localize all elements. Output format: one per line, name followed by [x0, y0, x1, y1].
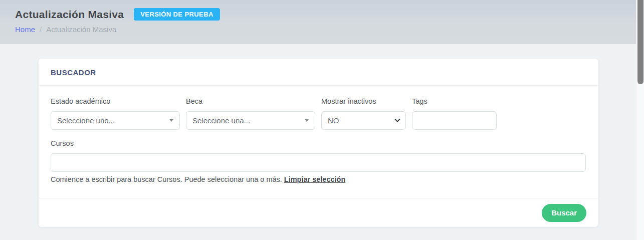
field-cursos: Cursos Comience a escribir para buscar C… — [51, 139, 586, 183]
mostrar-inactivos-select[interactable]: NO — [321, 111, 406, 130]
mostrar-inactivos-label: Mostrar inactivos — [321, 97, 406, 105]
vertical-scrollbar-track[interactable] — [636, 0, 644, 240]
buscar-button[interactable]: Buscar — [542, 204, 586, 222]
search-card-header: BUSCADOR — [39, 59, 598, 86]
search-card-body: Estado académico Seleccione uno... Beca … — [39, 86, 598, 183]
search-card-footer: Buscar — [39, 198, 598, 227]
field-beca: Beca Seleccione una... — [186, 97, 315, 130]
beca-label: Beca — [186, 97, 315, 105]
field-estado-academico: Estado académico Seleccione uno... — [51, 97, 180, 130]
beca-select[interactable]: Seleccione una... — [186, 111, 315, 130]
mostrar-inactivos-value: NO — [328, 116, 391, 125]
estado-academico-select[interactable]: Seleccione uno... — [51, 111, 180, 130]
caret-down-icon — [305, 119, 309, 122]
cursos-input[interactable] — [51, 153, 586, 172]
vertical-scrollbar-thumb[interactable] — [637, 0, 643, 84]
estado-academico-label: Estado académico — [51, 97, 180, 105]
beca-value: Seleccione una... — [192, 116, 301, 125]
search-card: BUSCADOR Estado académico Seleccione uno… — [39, 59, 598, 227]
breadcrumb-home-link[interactable]: Home — [15, 25, 35, 34]
cursos-help-message: Comience a escribir para buscar Cursos. … — [51, 175, 282, 183]
tags-input[interactable] — [412, 111, 497, 130]
breadcrumb-separator: / — [40, 25, 42, 34]
caret-down-icon — [169, 119, 173, 122]
chevron-down-icon — [394, 116, 400, 122]
clear-selection-link[interactable]: Limpiar selección — [284, 175, 346, 183]
breadcrumb: Home / Actualización Masiva — [15, 25, 644, 34]
page-title: Actualización Masiva — [15, 9, 124, 21]
search-card-title: BUSCADOR — [51, 68, 586, 77]
tags-label: Tags — [412, 97, 497, 105]
field-tags: Tags — [412, 97, 497, 130]
field-mostrar-inactivos: Mostrar inactivos NO — [321, 97, 406, 130]
breadcrumb-current: Actualización Masiva — [46, 25, 116, 34]
page-header: Actualización Masiva VERSIÓN DE PRUEBA H… — [0, 0, 644, 44]
trial-version-badge: VERSIÓN DE PRUEBA — [134, 8, 220, 21]
filters-row: Estado académico Seleccione uno... Beca … — [51, 97, 586, 130]
cursos-label: Cursos — [51, 139, 586, 147]
cursos-help-text: Comience a escribir para buscar Cursos. … — [51, 175, 586, 183]
estado-academico-value: Seleccione uno... — [57, 116, 165, 125]
